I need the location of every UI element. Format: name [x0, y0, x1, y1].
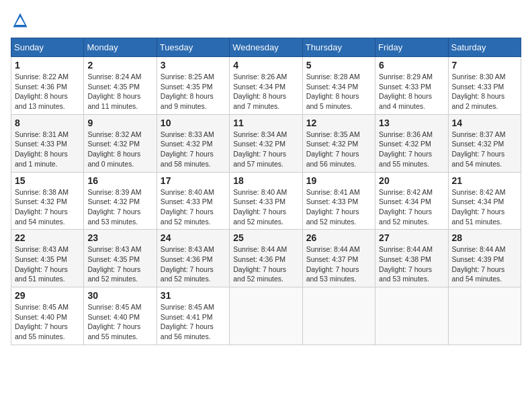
calendar-cell: 7 Sunrise: 8:30 AMSunset: 4:33 PMDayligh… — [448, 57, 521, 115]
day-info: Sunrise: 8:44 AMSunset: 4:39 PMDaylight:… — [452, 244, 517, 284]
day-info: Sunrise: 8:44 AMSunset: 4:37 PMDaylight:… — [306, 244, 371, 284]
calendar-cell: 22 Sunrise: 8:43 AMSunset: 4:35 PMDaylig… — [11, 230, 84, 287]
day-info: Sunrise: 8:40 AMSunset: 4:33 PMDaylight:… — [161, 187, 226, 227]
calendar-cell — [375, 287, 448, 345]
day-of-week-header: Friday — [375, 38, 448, 57]
day-number: 3 — [161, 60, 226, 71]
calendar-cell: 11 Sunrise: 8:34 AMSunset: 4:32 PMDaylig… — [230, 114, 302, 172]
calendar-cell: 31 Sunrise: 8:45 AMSunset: 4:41 PMDaylig… — [157, 287, 229, 345]
day-number: 24 — [161, 232, 226, 243]
day-number: 25 — [233, 232, 298, 243]
day-number: 31 — [161, 290, 226, 301]
calendar-cell — [302, 287, 375, 345]
calendar-cell: 30 Sunrise: 8:45 AMSunset: 4:40 PMDaylig… — [84, 287, 157, 345]
day-number: 10 — [161, 118, 226, 128]
day-number: 27 — [379, 232, 444, 243]
day-info: Sunrise: 8:22 AMSunset: 4:36 PMDaylight:… — [15, 72, 80, 111]
calendar-cell: 25 Sunrise: 8:44 AMSunset: 4:36 PMDaylig… — [230, 230, 302, 287]
day-info: Sunrise: 8:33 AMSunset: 4:32 PMDaylight:… — [161, 130, 226, 169]
calendar-cell: 3 Sunrise: 8:25 AMSunset: 4:35 PMDayligh… — [157, 57, 229, 115]
calendar-week-row: 22 Sunrise: 8:43 AMSunset: 4:35 PMDaylig… — [11, 230, 521, 287]
calendar-cell — [448, 287, 521, 345]
calendar-week-row: 29 Sunrise: 8:45 AMSunset: 4:40 PMDaylig… — [11, 287, 521, 345]
logo — [11, 11, 32, 30]
day-number: 5 — [306, 60, 371, 71]
calendar-week-row: 15 Sunrise: 8:38 AMSunset: 4:32 PMDaylig… — [11, 172, 521, 230]
day-info: Sunrise: 8:30 AMSunset: 4:33 PMDaylight:… — [452, 72, 517, 111]
day-info: Sunrise: 8:32 AMSunset: 4:32 PMDaylight:… — [87, 130, 152, 169]
day-number: 28 — [452, 232, 517, 243]
day-number: 21 — [452, 175, 517, 186]
calendar-cell: 8 Sunrise: 8:31 AMSunset: 4:33 PMDayligh… — [11, 114, 84, 172]
logo-icon — [11, 11, 30, 30]
day-info: Sunrise: 8:42 AMSunset: 4:34 PMDaylight:… — [452, 187, 517, 227]
day-number: 7 — [452, 60, 517, 71]
day-info: Sunrise: 8:42 AMSunset: 4:34 PMDaylight:… — [379, 187, 444, 227]
day-of-week-header: Wednesday — [230, 38, 302, 57]
day-info: Sunrise: 8:31 AMSunset: 4:33 PMDaylight:… — [15, 130, 80, 169]
day-number: 17 — [161, 175, 226, 186]
day-number: 4 — [233, 60, 298, 71]
calendar-cell: 1 Sunrise: 8:22 AMSunset: 4:36 PMDayligh… — [11, 57, 84, 115]
day-info: Sunrise: 8:44 AMSunset: 4:38 PMDaylight:… — [379, 244, 444, 284]
calendar-cell: 5 Sunrise: 8:28 AMSunset: 4:34 PMDayligh… — [302, 57, 375, 115]
day-info: Sunrise: 8:43 AMSunset: 4:36 PMDaylight:… — [161, 244, 226, 284]
day-number: 13 — [379, 118, 444, 128]
calendar-cell: 17 Sunrise: 8:40 AMSunset: 4:33 PMDaylig… — [157, 172, 229, 230]
calendar-cell: 6 Sunrise: 8:29 AMSunset: 4:33 PMDayligh… — [375, 57, 448, 115]
page-header — [11, 11, 521, 30]
calendar-cell: 13 Sunrise: 8:36 AMSunset: 4:32 PMDaylig… — [375, 114, 448, 172]
calendar-table: SundayMondayTuesdayWednesdayThursdayFrid… — [11, 38, 521, 345]
calendar-cell: 10 Sunrise: 8:33 AMSunset: 4:32 PMDaylig… — [157, 114, 229, 172]
day-number: 22 — [15, 232, 80, 243]
day-number: 14 — [452, 118, 517, 128]
day-info: Sunrise: 8:43 AMSunset: 4:35 PMDaylight:… — [15, 244, 80, 284]
day-info: Sunrise: 8:34 AMSunset: 4:32 PMDaylight:… — [233, 130, 298, 169]
day-number: 2 — [87, 60, 152, 71]
day-number: 26 — [306, 232, 371, 243]
day-number: 19 — [306, 175, 371, 186]
day-info: Sunrise: 8:29 AMSunset: 4:33 PMDaylight:… — [379, 72, 444, 111]
day-number: 8 — [15, 118, 80, 128]
day-number: 11 — [233, 118, 298, 128]
calendar-cell: 19 Sunrise: 8:41 AMSunset: 4:33 PMDaylig… — [302, 172, 375, 230]
calendar-cell: 26 Sunrise: 8:44 AMSunset: 4:37 PMDaylig… — [302, 230, 375, 287]
day-of-week-header: Monday — [84, 38, 157, 57]
calendar-cell: 16 Sunrise: 8:39 AMSunset: 4:32 PMDaylig… — [84, 172, 157, 230]
day-number: 30 — [87, 290, 152, 301]
calendar-cell: 20 Sunrise: 8:42 AMSunset: 4:34 PMDaylig… — [375, 172, 448, 230]
calendar-cell: 28 Sunrise: 8:44 AMSunset: 4:39 PMDaylig… — [448, 230, 521, 287]
day-number: 12 — [306, 118, 371, 128]
day-info: Sunrise: 8:38 AMSunset: 4:32 PMDaylight:… — [15, 187, 80, 227]
day-info: Sunrise: 8:43 AMSunset: 4:35 PMDaylight:… — [87, 244, 152, 284]
calendar-cell: 24 Sunrise: 8:43 AMSunset: 4:36 PMDaylig… — [157, 230, 229, 287]
calendar-cell: 12 Sunrise: 8:35 AMSunset: 4:32 PMDaylig… — [302, 114, 375, 172]
day-info: Sunrise: 8:44 AMSunset: 4:36 PMDaylight:… — [233, 244, 298, 284]
day-of-week-header: Tuesday — [157, 38, 229, 57]
day-of-week-header: Sunday — [11, 38, 84, 57]
day-info: Sunrise: 8:36 AMSunset: 4:32 PMDaylight:… — [379, 130, 444, 169]
day-info: Sunrise: 8:37 AMSunset: 4:32 PMDaylight:… — [452, 130, 517, 169]
calendar-cell: 14 Sunrise: 8:37 AMSunset: 4:32 PMDaylig… — [448, 114, 521, 172]
calendar-header-row: SundayMondayTuesdayWednesdayThursdayFrid… — [11, 38, 521, 57]
calendar-cell: 2 Sunrise: 8:24 AMSunset: 4:35 PMDayligh… — [84, 57, 157, 115]
calendar-cell: 18 Sunrise: 8:40 AMSunset: 4:33 PMDaylig… — [230, 172, 302, 230]
day-of-week-header: Thursday — [302, 38, 375, 57]
day-info: Sunrise: 8:45 AMSunset: 4:41 PMDaylight:… — [161, 302, 226, 342]
day-info: Sunrise: 8:24 AMSunset: 4:35 PMDaylight:… — [87, 72, 152, 111]
calendar-week-row: 8 Sunrise: 8:31 AMSunset: 4:33 PMDayligh… — [11, 114, 521, 172]
calendar-cell: 4 Sunrise: 8:26 AMSunset: 4:34 PMDayligh… — [230, 57, 302, 115]
calendar-week-row: 1 Sunrise: 8:22 AMSunset: 4:36 PMDayligh… — [11, 57, 521, 115]
day-info: Sunrise: 8:35 AMSunset: 4:32 PMDaylight:… — [306, 130, 371, 169]
calendar-cell: 15 Sunrise: 8:38 AMSunset: 4:32 PMDaylig… — [11, 172, 84, 230]
day-number: 6 — [379, 60, 444, 71]
day-number: 9 — [87, 118, 152, 128]
day-info: Sunrise: 8:40 AMSunset: 4:33 PMDaylight:… — [233, 187, 298, 227]
day-number: 1 — [15, 60, 80, 71]
calendar-cell: 29 Sunrise: 8:45 AMSunset: 4:40 PMDaylig… — [11, 287, 84, 345]
day-number: 23 — [87, 232, 152, 243]
day-number: 18 — [233, 175, 298, 186]
day-info: Sunrise: 8:39 AMSunset: 4:32 PMDaylight:… — [87, 187, 152, 227]
calendar-cell — [230, 287, 302, 345]
day-info: Sunrise: 8:45 AMSunset: 4:40 PMDaylight:… — [87, 302, 152, 342]
